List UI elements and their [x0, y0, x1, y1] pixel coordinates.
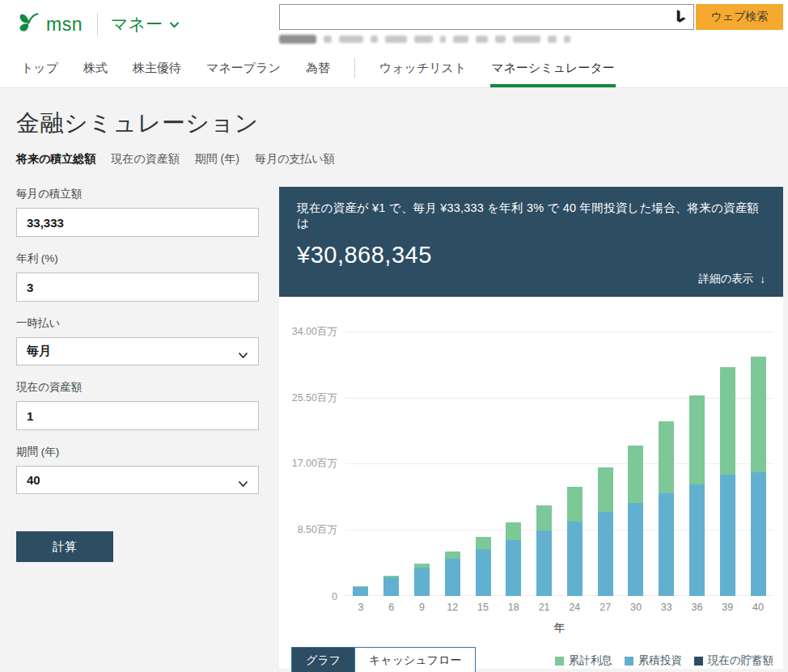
stacked-bar-year-3[interactable] [353, 586, 368, 596]
bar-segment [506, 540, 521, 596]
nav-item-forex[interactable]: 為替 [305, 49, 331, 87]
stacked-bar-year-33[interactable] [659, 421, 674, 596]
subtab-current-assets[interactable]: 現在の資産額 [111, 152, 179, 167]
y-axis-tick-label: 34.00百万 [281, 325, 337, 339]
chart-view-toggle: グラフ キャッシュフロー [291, 647, 476, 672]
nav-item-top[interactable]: トップ [20, 49, 59, 87]
redacted-text [476, 36, 488, 43]
nav-item-watchlist[interactable]: ウォッチリスト [379, 49, 467, 87]
payment-frequency-value: 毎月 [27, 344, 51, 359]
msn-butterfly-icon[interactable] [16, 11, 40, 38]
x-axis-tick-label: 9 [407, 602, 438, 613]
bar-segment [414, 568, 430, 596]
y-axis-tick-label: 0 [281, 591, 337, 602]
period-select[interactable]: 40 [16, 466, 259, 494]
chart-footer: グラフ キャッシュフロー 累計利息累積投資現在の貯蓄額 [291, 647, 773, 672]
bar-segment [476, 549, 491, 596]
search-input[interactable] [280, 5, 672, 29]
subtab-future-savings[interactable]: 将来の積立総額 [16, 152, 95, 167]
monthly-contribution-label: 毎月の積立額 [16, 187, 259, 201]
bar-slot [590, 467, 621, 596]
bar-segment [445, 552, 460, 559]
header: msn マネー ウェブ検索 [0, 0, 788, 49]
x-axis-tick-label: 24 [559, 602, 590, 613]
bar-segment [628, 503, 643, 596]
stacked-bar-year-30[interactable] [628, 446, 643, 596]
logo-divider [97, 13, 98, 36]
stacked-bar-year-6[interactable] [383, 576, 399, 596]
bar-segment [720, 475, 735, 596]
cashflow-view-button[interactable]: キャッシュフロー [354, 648, 475, 672]
bar-slot [529, 505, 560, 596]
monthly-contribution-input[interactable] [16, 208, 259, 237]
msn-logo-text[interactable]: msn [46, 14, 83, 36]
annual-rate-input[interactable] [16, 273, 259, 302]
graph-view-button[interactable]: グラフ [292, 648, 354, 672]
bar-segment [689, 395, 705, 484]
bar-slot [559, 487, 590, 596]
stacked-bar-year-18[interactable] [506, 522, 521, 596]
x-axis-labels: 3691215182124273033363940 [345, 602, 773, 613]
legend-item: 累積投資 [625, 653, 682, 668]
nav-item-money-plan[interactable]: マネープラン [205, 49, 282, 87]
redacted-text [548, 36, 557, 43]
redacted-text [453, 36, 468, 43]
x-axis-tick-label: 6 [376, 602, 407, 613]
x-axis-tick-label: 40 [743, 602, 773, 613]
stacked-bar-year-36[interactable] [689, 395, 705, 596]
bar-segment [598, 512, 613, 596]
stacked-bar-year-9[interactable] [414, 564, 430, 596]
nav-item-money-simulator[interactable]: マネーシミュレーター [490, 49, 615, 87]
bar-slot [743, 357, 773, 596]
bar-segment [476, 537, 491, 549]
web-search-button[interactable]: ウェブ検索 [696, 4, 783, 30]
x-axis-tick-label: 36 [682, 602, 713, 613]
search-box [279, 4, 694, 30]
x-axis-tick-label: 12 [437, 602, 468, 613]
bar-segment [383, 577, 399, 596]
period-value: 40 [27, 473, 40, 487]
stacked-bar-year-15[interactable] [476, 537, 491, 596]
x-axis-tick-label: 3 [345, 602, 376, 613]
nav-item-stocks[interactable]: 株式 [83, 49, 108, 87]
annual-rate-label: 年利 (%) [16, 251, 259, 266]
calculate-button[interactable]: 計算 [16, 531, 113, 562]
show-details-link[interactable]: 詳細の表示 ↓ [698, 272, 765, 286]
redacted-text [371, 36, 378, 43]
nav-divider [354, 58, 355, 78]
page-title: 金融シミュレーション [16, 108, 788, 140]
stacked-bar-year-12[interactable] [445, 552, 460, 596]
bar-segment [751, 357, 766, 472]
main-nav: トップ 株式 株主優待 マネープラン 為替 ウォッチリスト マネーシミュレーター [0, 49, 788, 88]
payment-frequency-select[interactable]: 毎月 [16, 337, 259, 366]
bar-segment [659, 421, 674, 493]
payment-frequency-label: 一時払い [16, 316, 259, 331]
bar-segment [751, 472, 766, 596]
x-axis-tick-label: 15 [468, 602, 498, 613]
channel-menu[interactable]: マネー [111, 13, 180, 36]
redacted-text [564, 36, 570, 43]
bar-slot [712, 367, 743, 596]
bar-segment [353, 587, 368, 597]
current-assets-label: 現在の資産額 [16, 380, 259, 395]
current-assets-input[interactable] [16, 401, 259, 430]
stacked-bar-year-24[interactable] [567, 487, 583, 596]
bar-segment [536, 530, 552, 596]
simulation-form: 毎月の積立額 年利 (%) 一時払い 毎月 現在の資産額 [16, 187, 259, 669]
stacked-bar-year-40[interactable] [751, 357, 766, 596]
bar-slot [437, 552, 468, 596]
content: 金融シミュレーション 将来の積立総額 現在の資産額 期間 (年) 毎月の支払い額… [0, 88, 788, 669]
y-axis-tick-label: 17.00百万 [281, 457, 337, 471]
stacked-bar-year-21[interactable] [536, 505, 552, 596]
period-label: 期間 (年) [16, 445, 259, 459]
legend-swatch [555, 657, 564, 666]
stacked-bar-year-27[interactable] [598, 467, 613, 596]
subtab-monthly-payment[interactable]: 毎月の支払い額 [255, 152, 335, 167]
y-axis-tick-label: 8.50百万 [281, 523, 337, 537]
bar-segment [567, 487, 583, 521]
stacked-bar-year-39[interactable] [720, 367, 735, 596]
redacted-text [414, 36, 433, 43]
bar-slot [651, 421, 682, 596]
nav-item-shareholder-benefits[interactable]: 株主優待 [132, 49, 182, 87]
subtab-period[interactable]: 期間 (年) [195, 152, 239, 167]
